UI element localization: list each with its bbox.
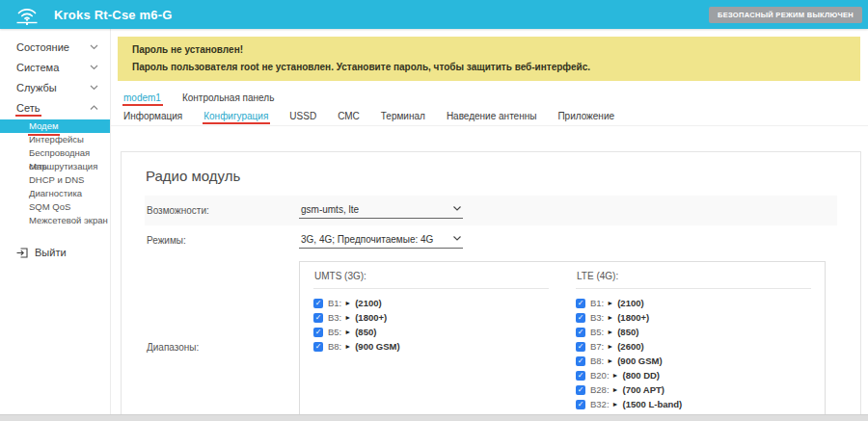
tab-information[interactable]: Информация <box>123 111 182 121</box>
tab-sms[interactable]: СМС <box>338 111 360 121</box>
checkbox-checked-icon[interactable]: ✓ <box>576 342 585 352</box>
expand-arrow-icon[interactable]: ► <box>344 343 351 350</box>
modem-tab-bar: modem1 Контрольная панель <box>111 89 868 107</box>
umts-column-title: UMTS (3G): <box>313 269 549 289</box>
umts-band-b5[interactable]: ✓ B5: ► (850) <box>313 327 549 337</box>
expand-arrow-icon[interactable]: ► <box>344 329 351 335</box>
umts-band-column: UMTS (3G): ✓ B1: ► (2100) ✓ B3: ► <box>300 262 562 421</box>
expand-arrow-icon[interactable]: ► <box>607 357 613 364</box>
checkbox-checked-icon[interactable]: ✓ <box>313 328 323 337</box>
chevron-down-icon <box>453 206 461 211</box>
chevron-down-icon <box>90 65 98 70</box>
sidebar-group-label: Сеть <box>16 102 40 114</box>
chevron-down-icon <box>90 44 98 50</box>
sidebar-item-network[interactable]: Сеть <box>0 97 110 118</box>
page-bottom-strip <box>0 414 868 421</box>
expand-arrow-icon[interactable]: ► <box>607 329 613 335</box>
expand-arrow-icon[interactable]: ► <box>607 300 613 306</box>
alert-title: Пароль не установлен! <box>132 44 846 55</box>
kroks-wifi-logo-icon <box>0 4 54 26</box>
lte-band-b1[interactable]: ✓ B1: ► (2100) <box>576 298 811 308</box>
radio-module-panel: Радио модуль Возможности: gsm-umts, lte … <box>121 151 861 421</box>
tab-modem1[interactable]: modem1 <box>123 92 161 103</box>
logout-icon <box>16 248 28 258</box>
bands-box: UMTS (3G): ✓ B1: ► (2100) ✓ B3: ► <box>299 261 826 421</box>
sidebar-item-firewall[interactable]: Межсетевой экран <box>0 214 110 227</box>
modes-label: Режимы: <box>145 235 299 246</box>
safe-mode-button[interactable]: БЕЗОПАСНЫЙ РЕЖИМ ВЫКЛЮЧЕН <box>709 7 862 23</box>
umts-band-b3[interactable]: ✓ B3: ► (1800+) <box>313 312 549 323</box>
checkbox-checked-icon[interactable]: ✓ <box>313 313 323 323</box>
chevron-down-icon <box>453 236 461 241</box>
modem-section-tab-bar: Информация Конфигурация USSD СМС Термина… <box>111 107 868 126</box>
tab-ussd[interactable]: USSD <box>289 111 316 121</box>
expand-arrow-icon[interactable]: ► <box>344 314 351 321</box>
sidebar-item-diagnostics[interactable]: Диагностика <box>0 187 110 200</box>
bands-label: Диапазоны: <box>145 261 299 353</box>
alert-message: Пароль пользователя root не установлен. … <box>132 62 846 72</box>
capabilities-select[interactable]: gsm-umts, lte <box>299 202 463 219</box>
bands-row: Диапазоны: UMTS (3G): ✓ B1: ► (2100) <box>145 255 837 421</box>
page-title: Kroks Rt-Cse m6-G <box>54 8 173 22</box>
router-admin-app: Kroks Rt-Cse m6-G БЕЗОПАСНЫЙ РЕЖИМ ВЫКЛЮ… <box>0 0 868 421</box>
main-content: Пароль не установлен! Пароль пользовател… <box>111 29 868 414</box>
network-submenu: Модем Интерфейсы Беспроводная сеть Маршр… <box>0 118 110 227</box>
modes-select[interactable]: 3G, 4G; Предпочитаемые: 4G <box>299 232 463 249</box>
expand-arrow-icon[interactable]: ► <box>612 386 619 393</box>
umts-band-b1[interactable]: ✓ B1: ► (2100) <box>313 298 549 308</box>
sidebar-group-label: Система <box>16 62 59 73</box>
lte-band-b8[interactable]: ✓ B8: ► (900 GSM) <box>576 355 811 366</box>
expand-arrow-icon[interactable]: ► <box>612 401 619 408</box>
sidebar-item-status[interactable]: Состояние <box>0 37 110 57</box>
umts-band-b8[interactable]: ✓ B8: ► (900 GSM) <box>313 341 549 352</box>
chevron-down-icon <box>90 85 98 91</box>
lte-band-b20[interactable]: ✓ B20: ► (800 DD) <box>576 370 811 381</box>
capabilities-row: Возможности: gsm-umts, lte <box>145 196 837 225</box>
expand-arrow-icon[interactable]: ► <box>607 314 613 321</box>
checkbox-checked-icon[interactable]: ✓ <box>576 299 585 308</box>
tab-terminal[interactable]: Терминал <box>381 111 425 121</box>
tab-antenna-pointing[interactable]: Наведение антенны <box>447 111 537 121</box>
lte-band-column: LTE (4G): ✓ B1: ► (2100) ✓ B3: ► <box>562 262 825 421</box>
capabilities-label: Возможности: <box>145 205 299 216</box>
chevron-up-icon <box>90 105 98 111</box>
lte-band-b32[interactable]: ✓ B32: ► (1500 L-band) <box>576 399 811 409</box>
sidebar-item-system[interactable]: Система <box>0 57 110 77</box>
checkbox-checked-icon[interactable]: ✓ <box>576 385 585 395</box>
sidebar-group-label: Состояние <box>16 41 69 53</box>
lte-column-title: LTE (4G): <box>576 269 811 289</box>
checkbox-checked-icon[interactable]: ✓ <box>576 371 585 381</box>
checkbox-checked-icon[interactable]: ✓ <box>313 299 323 308</box>
sidebar-item-routing[interactable]: Маршрутизация <box>0 160 110 173</box>
modes-row: Режимы: 3G, 4G; Предпочитаемые: 4G <box>145 225 837 255</box>
lte-band-b3[interactable]: ✓ B3: ► (1800+) <box>576 312 811 323</box>
sidebar-item-services[interactable]: Службы <box>0 77 110 97</box>
checkbox-checked-icon[interactable]: ✓ <box>576 356 585 366</box>
sidebar-item-wireless[interactable]: Беспроводная сеть <box>0 146 110 160</box>
sidebar: Состояние Система Службы Сеть Модем Инте… <box>0 29 111 414</box>
checkbox-checked-icon[interactable]: ✓ <box>576 313 585 323</box>
checkbox-checked-icon[interactable]: ✓ <box>576 400 585 409</box>
lte-band-b7[interactable]: ✓ B7: ► (2600) <box>576 341 811 352</box>
expand-arrow-icon[interactable]: ► <box>344 300 351 306</box>
checkbox-checked-icon[interactable]: ✓ <box>313 342 323 352</box>
expand-arrow-icon[interactable]: ► <box>612 372 619 379</box>
sidebar-item-sqm-qos[interactable]: SQM QoS <box>0 200 110 214</box>
sidebar-group-label: Службы <box>16 82 57 93</box>
panel-title: Радио модуль <box>146 168 837 184</box>
tab-application[interactable]: Приложение <box>557 111 614 121</box>
sidebar-item-modem[interactable]: Модем <box>0 119 110 133</box>
logout-button[interactable]: Выйти <box>0 247 110 258</box>
header-bar: Kroks Rt-Cse m6-G БЕЗОПАСНЫЙ РЕЖИМ ВЫКЛЮ… <box>0 0 868 29</box>
logout-label: Выйти <box>35 247 67 258</box>
tab-configuration[interactable]: Конфигурация <box>203 111 268 121</box>
password-warning-banner: Пароль не установлен! Пароль пользовател… <box>118 37 860 81</box>
checkbox-checked-icon[interactable]: ✓ <box>576 328 585 337</box>
lte-band-b28[interactable]: ✓ B28: ► (700 APT) <box>576 384 811 395</box>
tab-control-panel[interactable]: Контрольная панель <box>182 92 275 103</box>
sidebar-item-dhcp-dns[interactable]: DHCP и DNS <box>0 173 110 187</box>
lte-band-b5[interactable]: ✓ B5: ► (850) <box>576 327 811 337</box>
expand-arrow-icon[interactable]: ► <box>607 343 613 350</box>
